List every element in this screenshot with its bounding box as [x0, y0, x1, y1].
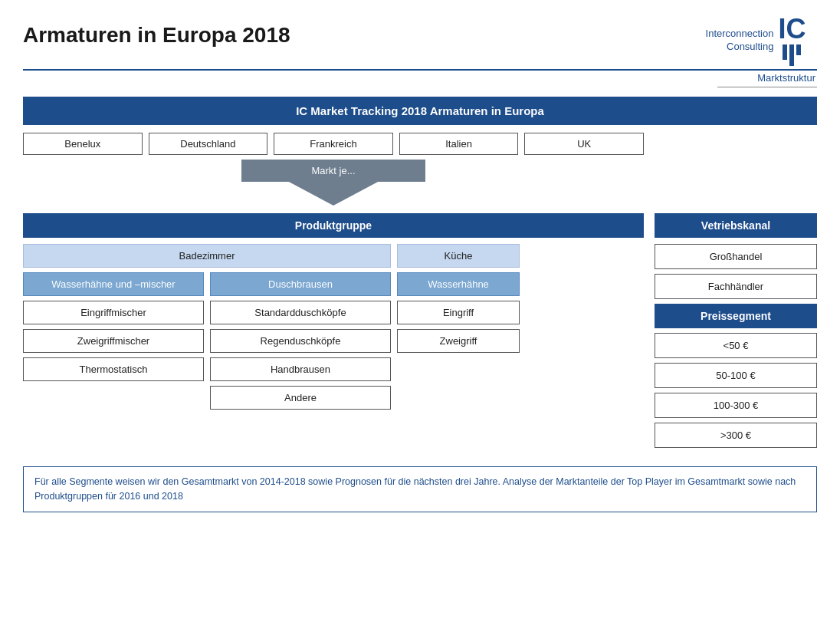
kueche-wasserhaehne: Wasserhähne	[397, 272, 520, 296]
country-frankreich: Frankreich	[274, 133, 393, 155]
grosshandel: Großhandel	[655, 244, 817, 269]
country-uk: UK	[524, 133, 644, 155]
produktgruppe-header: Produktgruppe	[23, 213, 644, 238]
footer-note: Für alle Segmente weisen wir den Gesamtm…	[23, 466, 817, 512]
eingriffmischer: Eingriffmischer	[23, 301, 204, 324]
logo-bar-3	[796, 44, 801, 55]
wasserhaehne-header: Wasserhähne und –mischer	[23, 272, 204, 296]
badezimmer-inner: Wasserhähne und –mischer Eingriffmischer…	[23, 272, 391, 410]
logo-area: InterconnectionConsulting IC	[694, 15, 817, 66]
logo-bar-2	[789, 44, 794, 66]
logo-bars	[783, 44, 801, 66]
price-4: >300 €	[655, 423, 817, 448]
arrow-triangle	[287, 181, 379, 206]
section-label: Marktstruktur	[23, 72, 817, 84]
country-italien: Italien	[399, 133, 519, 155]
wasserhaehne-col: Wasserhähne und –mischer Eingriffmischer…	[23, 272, 204, 410]
arrow-shape: Markt je...	[241, 160, 425, 206]
country-deutschland: Deutschland	[149, 133, 268, 155]
section-label-underline	[717, 87, 817, 87]
price-2: 50-100 €	[655, 363, 817, 388]
market-tracking-bar: IC Market Tracking 2018 Armaturen in Eur…	[23, 97, 817, 125]
kueche-header: Küche	[397, 244, 520, 268]
handbrausen: Handbrausen	[210, 357, 391, 381]
country-benelux: Benelux	[23, 133, 143, 155]
duschbrausen-header: Duschbrausen	[210, 272, 391, 296]
regenduschkoepfe: Regenduschköpfe	[210, 329, 391, 353]
country-row: Benelux Deutschland Frankreich Italien U…	[23, 133, 644, 155]
vetriebskanal-header: Vetriebskanal	[655, 213, 817, 238]
header: Armaturen in Europa 2018 Interconnection…	[23, 15, 817, 66]
standardduschkoepfe: Standardduschköpfe	[210, 301, 391, 324]
main-title: Armaturen in Europa 2018	[23, 23, 290, 48]
logo-text: InterconnectionConsulting	[706, 28, 774, 54]
price-1: <50 €	[655, 333, 817, 358]
duschbrausen-col: Duschbrausen Standardduschköpfe Regendus…	[210, 272, 391, 410]
kueche-eingriff: Eingriff	[397, 301, 520, 324]
right-section: Vetriebskanal Großhandel Fachhändler Pre…	[655, 213, 817, 453]
arrow-area: Markt je...	[23, 160, 644, 206]
badezimmer-group: Badezimmer Wasserhähne und –mischer Eing…	[23, 244, 391, 410]
kueche-zweigriff: Zweigriff	[397, 329, 520, 353]
badezimmer-header: Badezimmer	[23, 244, 391, 268]
price-3: 100-300 €	[655, 393, 817, 418]
kueche-group: Küche Wasserhähne Eingriff Zweigriff	[397, 244, 520, 353]
preissegment-header: Preissegment	[655, 304, 817, 328]
produkt-columns: Badezimmer Wasserhähne und –mischer Eing…	[23, 244, 644, 410]
logo-ic: IC	[778, 15, 806, 66]
logo-letters: IC	[778, 15, 806, 43]
andere: Andere	[210, 386, 391, 410]
left-section: Produktgruppe Badezimmer Wasserhähne und…	[23, 213, 644, 453]
arrow-label: Markt je...	[241, 160, 425, 182]
thermostatisch: Thermostatisch	[23, 357, 204, 381]
logo-box: InterconnectionConsulting IC	[706, 15, 806, 66]
header-divider	[23, 69, 817, 71]
logo-bar-1	[783, 44, 787, 60]
zweigriffmischer: Zweigriffmischer	[23, 329, 204, 353]
page: Armaturen in Europa 2018 Interconnection…	[0, 0, 840, 632]
main-content: Produktgruppe Badezimmer Wasserhähne und…	[23, 213, 817, 453]
fachhaendler: Fachhändler	[655, 274, 817, 299]
